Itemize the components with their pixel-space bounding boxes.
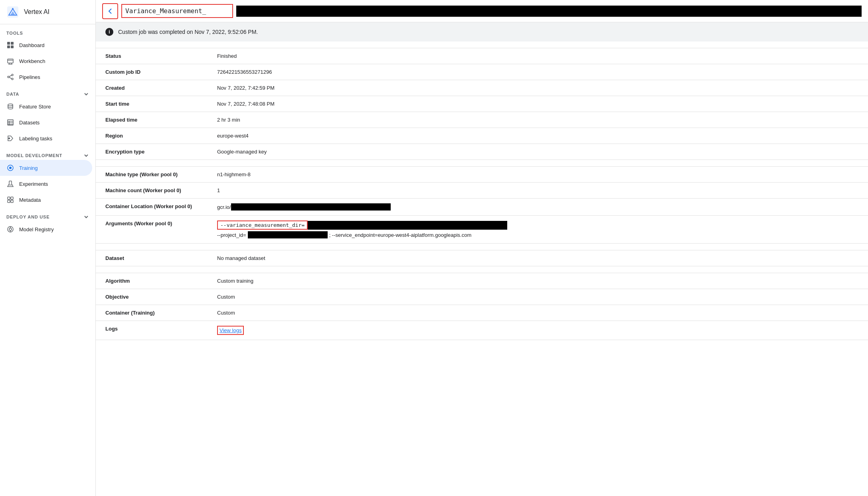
machine-type-value: n1-highmem-8: [217, 171, 858, 177]
datasets-label: Datasets: [19, 120, 40, 126]
container-location-row: Container Location (Worker pool 0) gcr.i…: [96, 199, 868, 216]
arguments-redact2: [248, 231, 328, 238]
container-location-prefix: gcr.io/: [217, 204, 231, 210]
workbench-icon: [6, 57, 14, 65]
logs-value: View logs: [217, 326, 858, 335]
algorithm-value: Custom training: [217, 278, 858, 284]
objective-row: Objective Custom: [96, 289, 868, 305]
container-location-label: Container Location (Worker pool 0): [105, 203, 217, 209]
dashboard-label: Dashboard: [19, 42, 45, 48]
arguments-part1: --variance_measurement_dir=: [217, 220, 308, 230]
svg-rect-6: [7, 45, 10, 48]
svg-rect-4: [7, 42, 10, 45]
sidebar-item-model-registry[interactable]: Model Registry: [0, 221, 92, 237]
main-content: i Custom job was completed on Nov 7, 202…: [96, 0, 868, 496]
start-time-label: Start time: [105, 101, 217, 107]
feature-store-label: Feature Store: [19, 104, 51, 110]
vertex-ai-logo-icon: [6, 6, 19, 18]
page-title-redacted: [236, 6, 862, 17]
created-label: Created: [105, 85, 217, 91]
metadata-icon: [6, 196, 14, 204]
arguments-value: --variance_measurement_dir= --project_id…: [217, 220, 858, 238]
arguments-row: Arguments (Worker pool 0) --variance_mea…: [96, 216, 868, 244]
container-location-redacted: [231, 203, 391, 211]
info-banner: i Custom job was completed on Nov 7, 202…: [96, 22, 868, 41]
row-spacer-2: [96, 244, 868, 250]
sidebar-item-dashboard[interactable]: Dashboard: [0, 37, 92, 53]
objective-label: Objective: [105, 294, 217, 300]
svg-rect-5: [11, 42, 14, 45]
pipelines-icon: [6, 73, 14, 81]
app-logo: Vertex AI: [0, 0, 95, 24]
svg-line-17: [9, 77, 12, 79]
feature-store-icon: [6, 102, 14, 110]
svg-rect-8: [8, 59, 13, 63]
arguments-part2-suffix: ; --service_endpoint=europe-west4-aiplat…: [329, 232, 472, 238]
svg-point-3: [12, 8, 14, 10]
back-button[interactable]: [102, 3, 118, 19]
dataset-row: Dataset No managed dataset: [96, 250, 868, 266]
container-training-value: Custom: [217, 310, 858, 316]
svg-point-14: [12, 74, 13, 76]
view-logs-link[interactable]: View logs: [217, 326, 244, 335]
machine-count-value: 1: [217, 187, 858, 193]
sidebar-item-workbench[interactable]: Workbench: [0, 53, 92, 69]
region-value: europe-west4: [217, 133, 858, 139]
algorithm-label: Algorithm: [105, 278, 217, 284]
training-icon: [6, 164, 14, 172]
app-name: Vertex AI: [24, 8, 49, 16]
data-section-chevron[interactable]: [83, 91, 89, 97]
metadata-label: Metadata: [19, 197, 41, 203]
sidebar-item-pipelines[interactable]: Pipelines: [0, 69, 92, 85]
sidebar-item-datasets[interactable]: Datasets: [0, 114, 92, 130]
arguments-container: --variance_measurement_dir= --project_id…: [217, 220, 858, 238]
logs-label: Logs: [105, 326, 217, 332]
workbench-label: Workbench: [19, 58, 45, 64]
dashboard-icon: [6, 41, 14, 49]
status-label: Status: [105, 53, 217, 59]
machine-type-label: Machine type (Worker pool 0): [105, 171, 217, 177]
sidebar: Vertex AI TOOLS Dashboard Workbench: [0, 0, 96, 496]
encryption-row: Encryption type Google-managed key: [96, 144, 868, 160]
custom-job-id-label: Custom job ID: [105, 69, 217, 75]
deploy-section-label: DEPLOY AND USE: [6, 215, 49, 219]
svg-line-16: [9, 75, 12, 77]
start-time-row: Start time Nov 7, 2022, 7:48:08 PM: [96, 96, 868, 112]
banner-message: Custom job was completed on Nov 7, 2022,…: [118, 29, 258, 35]
container-training-label: Container (Training): [105, 310, 217, 316]
model-registry-label: Model Registry: [19, 226, 54, 232]
container-training-row: Container (Training) Custom: [96, 305, 868, 321]
encryption-label: Encryption type: [105, 149, 217, 155]
arguments-part2: --project_id=: [217, 232, 246, 238]
status-value: Finished: [217, 53, 858, 59]
start-time-value: Nov 7, 2022, 7:48:08 PM: [217, 101, 858, 107]
arguments-line1: --variance_measurement_dir=: [217, 220, 858, 230]
tools-section-label: TOOLS: [0, 24, 95, 37]
sidebar-item-labeling-tasks[interactable]: Labeling tasks: [0, 130, 92, 146]
dataset-label: Dataset: [105, 255, 217, 261]
model-registry-icon: [6, 225, 14, 233]
svg-rect-32: [11, 200, 13, 203]
info-icon: i: [105, 28, 113, 36]
sidebar-item-feature-store[interactable]: Feature Store: [0, 98, 92, 114]
sidebar-item-training[interactable]: Training: [0, 160, 92, 176]
svg-point-26: [9, 167, 12, 169]
labeling-tasks-icon: [6, 134, 14, 142]
svg-rect-29: [8, 197, 10, 199]
data-section-header: DATA: [0, 85, 95, 98]
model-dev-section-header: MODEL DEVELOPMENT: [0, 146, 95, 160]
svg-rect-31: [8, 200, 10, 203]
svg-rect-7: [11, 45, 14, 48]
page-title-input[interactable]: [121, 4, 233, 18]
machine-count-row: Machine count (Worker pool 0) 1: [96, 183, 868, 199]
encryption-value: Google-managed key: [217, 149, 858, 155]
model-dev-chevron[interactable]: [83, 153, 89, 158]
deploy-chevron[interactable]: [83, 214, 89, 220]
deploy-section-header: DEPLOY AND USE: [0, 208, 95, 221]
svg-point-13: [8, 76, 9, 78]
sidebar-item-metadata[interactable]: Metadata: [0, 192, 92, 208]
created-value: Nov 7, 2022, 7:42:59 PM: [217, 85, 858, 91]
machine-count-label: Machine count (Worker pool 0): [105, 187, 217, 193]
content-area: i Custom job was completed on Nov 7, 202…: [96, 22, 868, 496]
sidebar-item-experiments[interactable]: Experiments: [0, 176, 92, 192]
